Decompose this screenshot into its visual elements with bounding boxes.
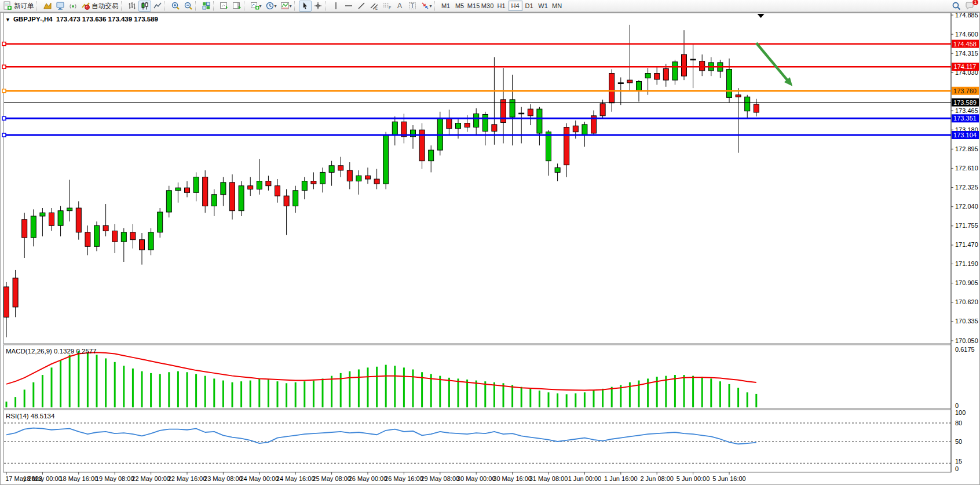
- cursor-icon: [301, 1, 310, 10]
- svg-text:F: F: [389, 6, 391, 10]
- line-handle[interactable]: [2, 116, 6, 120]
- zoom-out-button[interactable]: [182, 1, 195, 12]
- candle-body: [573, 126, 578, 132]
- label-tool-button[interactable]: T: [406, 1, 419, 12]
- line-handle[interactable]: [2, 42, 6, 46]
- time-axis-label: 29 May 08:00: [420, 475, 459, 482]
- candle-body: [158, 212, 163, 232]
- collapse-title-icon[interactable]: ▼: [5, 17, 10, 23]
- timeframe-button-m30[interactable]: M30: [481, 1, 495, 11]
- candle-body: [230, 183, 235, 211]
- chart-shift-icon: [232, 1, 242, 10]
- channel-tool-button[interactable]: E: [368, 1, 381, 12]
- main-toolbar: 新订单 自动交易 ▾ ▾: [0, 0, 980, 12]
- templates-button[interactable]: ▾: [279, 1, 294, 12]
- timeframe-button-m5[interactable]: M5: [453, 1, 467, 11]
- svg-text:A: A: [397, 2, 402, 10]
- time-axis-label: 24 May 16:00: [276, 475, 315, 482]
- macd-indicator-label: MACD(12,26,9) 0.1329 0.2577: [6, 348, 97, 355]
- main-price-panel: [3, 13, 951, 344]
- terminal-button[interactable]: [54, 1, 67, 12]
- tile-windows-button[interactable]: [200, 1, 213, 12]
- time-axis-label: 1 Jun 16:00: [604, 475, 638, 482]
- chart-title-ohlc: 173.473 173.636 173.439 173.589: [56, 16, 158, 23]
- crosshair-tool-button[interactable]: [312, 1, 324, 12]
- candle-body: [383, 135, 389, 184]
- candle-body: [474, 114, 479, 127]
- candle-body: [627, 80, 632, 83]
- candle-body: [447, 118, 452, 128]
- candle-body: [266, 181, 271, 186]
- candle-body: [690, 59, 696, 60]
- signals-button[interactable]: [67, 1, 79, 12]
- timeframe-button-h1[interactable]: H1: [495, 1, 509, 11]
- auto-trading-button[interactable]: 自动交易: [79, 1, 120, 12]
- horizontal-line-tool-button[interactable]: [342, 1, 355, 12]
- candle-body: [31, 216, 36, 238]
- fibonacci-tool-button[interactable]: F: [381, 1, 393, 12]
- text-tool-button[interactable]: A: [393, 1, 406, 12]
- candle-body: [338, 166, 343, 170]
- timeframe-button-h4[interactable]: H4: [509, 1, 522, 11]
- price-level-badge-label: 173.760: [953, 87, 977, 94]
- profiles-button[interactable]: [41, 1, 54, 12]
- line-handle[interactable]: [2, 89, 6, 93]
- candle-body: [754, 104, 759, 112]
- toolbar-separator: [244, 1, 248, 11]
- bar-chart-mode-button[interactable]: [126, 1, 138, 12]
- time-axis-label: 5 Jun 00:00: [677, 475, 710, 482]
- candle-body: [600, 104, 605, 116]
- text-icon: A: [395, 1, 404, 10]
- time-axis-label: 25 May 08:00: [312, 475, 351, 482]
- candle-body: [519, 113, 524, 114]
- candle-body: [320, 172, 326, 184]
- timeframe-button-w1[interactable]: W1: [536, 1, 550, 11]
- line-chart-mode-button[interactable]: [151, 1, 164, 12]
- new-chart-icon: [250, 1, 259, 10]
- candle-body: [13, 278, 18, 307]
- chart-shift-button[interactable]: [231, 1, 243, 12]
- candle-body: [257, 181, 262, 189]
- search-button[interactable]: [950, 1, 963, 12]
- candle-body: [546, 132, 551, 161]
- candle-body: [329, 166, 334, 173]
- timeframe-button-d1[interactable]: D1: [522, 1, 536, 11]
- time-axis-label: 18 May 16:00: [59, 475, 98, 482]
- notifications-button[interactable]: 1: [963, 1, 977, 12]
- periods-button[interactable]: ▾: [264, 1, 279, 12]
- chart-window: ▼GBPJPY-,H4 173.473 173.636 173.439 173.…: [0, 12, 980, 485]
- candle-body: [103, 225, 108, 231]
- rsi-axis-label: 50: [955, 438, 962, 445]
- chart-title-symbol: GBPJPY-,H4: [13, 16, 53, 23]
- template-icon: [280, 1, 290, 10]
- zoom-in-button[interactable]: [169, 1, 182, 12]
- price-axis-tick-label: 170.620: [955, 298, 978, 305]
- vertical-line-tool-button[interactable]: [330, 1, 342, 12]
- candlestick-mode-button[interactable]: [138, 1, 151, 12]
- svg-text:E: E: [375, 7, 378, 10]
- new-chart-button[interactable]: ▾: [248, 1, 264, 12]
- timeframe-button-mn[interactable]: MN: [550, 1, 564, 11]
- timeframe-button-m1[interactable]: M1: [439, 1, 453, 11]
- candle-body: [175, 188, 181, 191]
- line-handle[interactable]: [2, 65, 6, 68]
- candle-body: [682, 54, 687, 76]
- rsi-indicator-label: RSI(14) 48.5134: [6, 413, 54, 420]
- macd-axis-zero-label: 0: [955, 402, 959, 409]
- price-level-badge-label: 173.104: [953, 132, 977, 138]
- toolbar-separator: [121, 1, 125, 11]
- chart-title: ▼GBPJPY-,H4 173.473 173.636 173.439 173.…: [5, 16, 158, 23]
- trendline-tool-button[interactable]: [355, 1, 368, 12]
- auto-scroll-button[interactable]: [218, 1, 231, 12]
- candle-body: [736, 95, 741, 97]
- arrows-tool-button[interactable]: ▾: [419, 1, 434, 12]
- time-axis-label: 5 Jun 16:00: [712, 475, 746, 482]
- timeframe-button-m15[interactable]: M15: [467, 1, 481, 11]
- cursor-tool-button[interactable]: [299, 1, 312, 12]
- price-chart-canvas[interactable]: 174.885174.600174.315174.030173.465173.1…: [1, 13, 979, 484]
- candle-body: [654, 74, 660, 79]
- macd-panel: [3, 345, 951, 409]
- line-handle[interactable]: [2, 133, 6, 137]
- candle-body: [49, 213, 54, 225]
- new-order-button[interactable]: 新订单: [1, 1, 36, 12]
